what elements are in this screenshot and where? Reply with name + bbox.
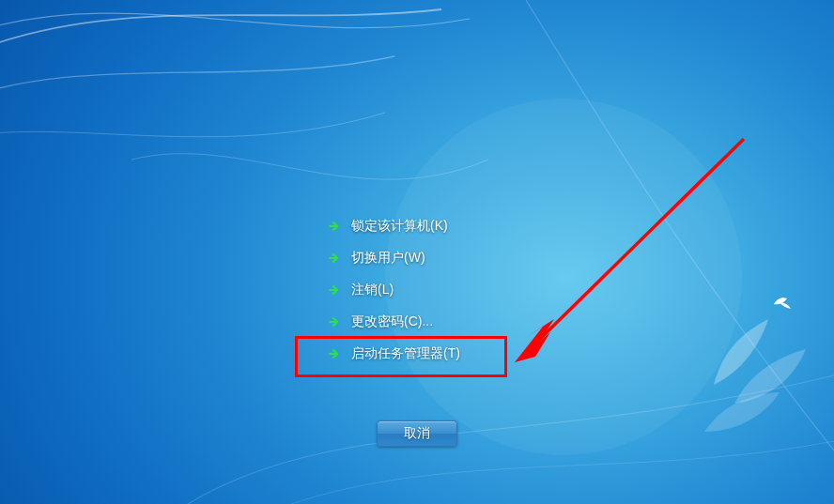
cancel-button[interactable]: 取消: [377, 420, 457, 447]
menu-item-label: 锁定该计算机(K): [351, 218, 448, 235]
arrow-right-icon: [327, 346, 342, 361]
cancel-button-wrap: 取消: [0, 420, 834, 447]
menu-item-label: 切换用户(W): [351, 250, 425, 267]
arrow-right-icon: [327, 251, 342, 266]
menu-change-password[interactable]: 更改密码(C)...: [319, 306, 564, 338]
menu-item-label: 更改密码(C)...: [351, 313, 433, 330]
arrow-right-icon: [327, 283, 342, 298]
menu-logoff[interactable]: 注销(L): [319, 274, 564, 306]
security-options-menu: 锁定该计算机(K) 切换用户(W) 注销(L) 更改密码(C)... 启动任务管…: [319, 210, 564, 370]
menu-switch-user[interactable]: 切换用户(W): [319, 242, 564, 274]
arrow-right-icon: [327, 314, 342, 329]
menu-item-label: 注销(L): [351, 282, 394, 298]
arrow-right-icon: [327, 219, 342, 234]
menu-item-label: 启动任务管理器(T): [351, 345, 460, 362]
svg-line-1: [533, 139, 744, 345]
menu-lock-computer[interactable]: 锁定该计算机(K): [319, 210, 564, 242]
menu-start-task-manager[interactable]: 启动任务管理器(T): [319, 338, 564, 370]
